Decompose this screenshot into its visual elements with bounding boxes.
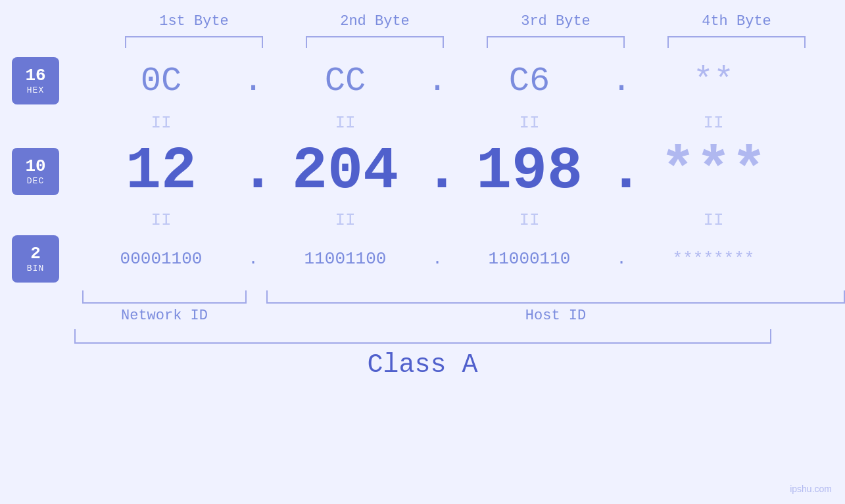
bin-cell-2: 11001100 [266,249,424,269]
eq-2-2: II [266,210,424,230]
dec-val-1: 12 [126,138,197,205]
dec-dot-1: . [240,138,266,205]
dec-cell-1: 12 [82,138,240,205]
byte-headers-row: 1st Byte 2nd Byte 3rd Byte 4th Byte [104,13,827,30]
hex-val-1: 0C [141,62,181,101]
class-label: Class A [0,350,845,380]
full-main-section: 16 HEX 10 DEC 2 BIN [0,48,845,324]
network-id-bracket [82,290,247,304]
equals-row-2: II II II II [82,208,845,233]
hex-val-3: C6 [509,62,550,101]
label-gap [247,308,266,324]
network-id-label: Network ID [82,308,247,324]
hex-dot-3: . [608,62,635,101]
eq-1-3: II [450,113,608,133]
bin-badge-row: 2 BIN [12,233,82,285]
bin-dot-1: . [240,249,266,269]
eq-1-1: II [82,113,240,133]
dec-val-2: 204 [292,138,398,205]
eq-2-4: II [635,210,792,230]
bin-badge-label: BIN [27,263,44,273]
hex-badge-number: 16 [25,66,45,85]
bottom-brackets-container [82,285,845,304]
dec-badge-row: 10 DEC [12,135,82,208]
bracket-top-1 [125,36,263,48]
bin-cell-4: ******** [635,249,792,269]
bin-val-2: 11001100 [304,249,387,269]
host-id-label: Host ID [266,308,845,324]
hex-dot-2: . [424,62,450,101]
hex-data-row: 0C . CC . C6 . ** [82,51,845,110]
dec-cell-4: *** [635,138,792,205]
hex-badge-label: HEX [27,85,44,95]
hex-val-4: ** [693,62,734,101]
bin-dot-3: . [608,249,635,269]
dec-badge-number: 10 [25,157,45,176]
bracket-top-4 [667,36,806,48]
dec-dot-3: . [608,138,635,205]
main-container: 1st Byte 2nd Byte 3rd Byte 4th Byte 16 H… [0,0,845,504]
host-id-bracket [266,290,845,304]
dec-val-3: 198 [476,138,583,205]
eq-2-1: II [82,210,240,230]
byte-header-4: 4th Byte [658,13,815,30]
byte-header-3: 3rd Byte [477,13,635,30]
hex-badge-row: 16 HEX [12,51,82,110]
top-brackets [104,36,827,48]
bin-data-row: 00001100 . 11001100 . 11000110 . *******… [82,233,845,285]
dec-data-row: 12 . 204 . 198 . *** [82,135,845,208]
hex-cell-1: 0C [82,62,240,101]
dec-cell-3: 198 [450,138,608,205]
dec-dot-2: . [424,138,450,205]
bin-badge-number: 2 [30,244,41,263]
watermark: ipshu.com [790,484,832,494]
bin-val-4: ******** [673,249,755,269]
bin-badge: 2 BIN [12,235,59,283]
hex-val-2: CC [325,62,366,101]
dec-val-4: *** [660,138,767,205]
spacer-1 [12,110,82,135]
overall-bottom-bracket [74,329,771,344]
bin-cell-3: 11000110 [450,249,608,269]
bracket-top-3 [487,36,625,48]
hex-cell-4: ** [635,62,792,101]
bin-val-3: 11000110 [489,249,571,269]
data-columns: 0C . CC . C6 . ** II II [82,51,845,324]
hex-dot-1: . [240,62,266,101]
eq-1-4: II [635,113,792,133]
dec-cell-2: 204 [266,138,424,205]
dec-badge-label: DEC [27,176,44,186]
eq-1-2: II [266,113,424,133]
bin-cell-1: 00001100 [82,249,240,269]
eq-2-3: II [450,210,608,230]
equals-row-1: II II II II [82,110,845,135]
byte-header-1: 1st Byte [115,13,273,30]
spacer-2 [12,208,82,233]
dec-badge: 10 DEC [12,148,59,195]
id-labels-row: Network ID Host ID [82,308,845,324]
bin-dot-2: . [424,249,450,269]
badges-column: 16 HEX 10 DEC 2 BIN [0,51,82,324]
bin-val-1: 00001100 [120,249,203,269]
hex-cell-2: CC [266,62,424,101]
hex-badge: 16 HEX [12,57,59,104]
hex-cell-3: C6 [450,62,608,101]
bracket-top-2 [306,36,444,48]
byte-header-2: 2nd Byte [296,13,454,30]
